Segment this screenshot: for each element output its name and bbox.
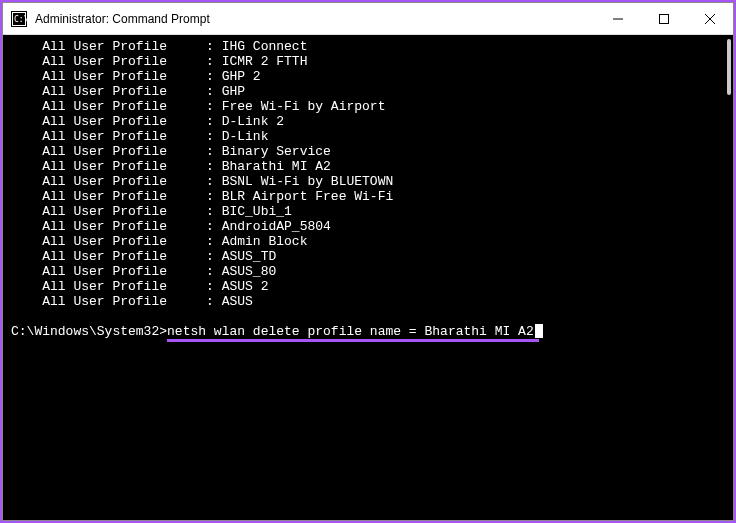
profile-list: All User Profile : IHG Connect All User … [11,39,725,309]
profile-line: All User Profile : D-Link 2 [11,114,725,129]
profile-line: All User Profile : ASUS [11,294,725,309]
profile-line: All User Profile : BIC_Ubi_1 [11,204,725,219]
profile-line: All User Profile : IHG Connect [11,39,725,54]
cmd-icon: C:\ [11,11,27,27]
profile-line: All User Profile : AndroidAP_5804 [11,219,725,234]
svg-rect-5 [660,14,669,23]
window-title: Administrator: Command Prompt [35,12,595,26]
profile-line: All User Profile : Admin Block [11,234,725,249]
profile-line: All User Profile : BLR Airport Free Wi-F… [11,189,725,204]
cursor [535,324,543,338]
minimize-button[interactable] [595,3,641,34]
profile-line: All User Profile : Free Wi-Fi by Airport [11,99,725,114]
profile-line: All User Profile : GHP 2 [11,69,725,84]
profile-line: All User Profile : ASUS 2 [11,279,725,294]
titlebar: C:\ Administrator: Command Prompt [3,3,733,35]
window-controls [595,3,733,34]
profile-line: All User Profile : D-Link [11,129,725,144]
profile-line: All User Profile : ICMR 2 FTTH [11,54,725,69]
profile-line: All User Profile : ASUS_TD [11,249,725,264]
close-button[interactable] [687,3,733,34]
scrollbar-thumb[interactable] [727,39,731,95]
blank-line [11,309,725,324]
profile-line: All User Profile : BSNL Wi-Fi by BLUETOW… [11,174,725,189]
profile-line: All User Profile : Binary Service [11,144,725,159]
command-prompt-window: C:\ Administrator: Command Prompt All Us… [2,2,734,521]
profile-line: All User Profile : ASUS_80 [11,264,725,279]
maximize-button[interactable] [641,3,687,34]
profile-line: All User Profile : Bharathi MI A2 [11,159,725,174]
prompt-text: C:\Windows\System32> [11,324,167,339]
svg-text:C:\: C:\ [14,15,27,24]
profile-line: All User Profile : GHP [11,84,725,99]
command-line: C:\Windows\System32>netsh wlan delete pr… [11,324,725,339]
terminal-area[interactable]: All User Profile : IHG Connect All User … [3,35,733,520]
command-text: netsh wlan delete profile name = Bharath… [167,324,534,339]
